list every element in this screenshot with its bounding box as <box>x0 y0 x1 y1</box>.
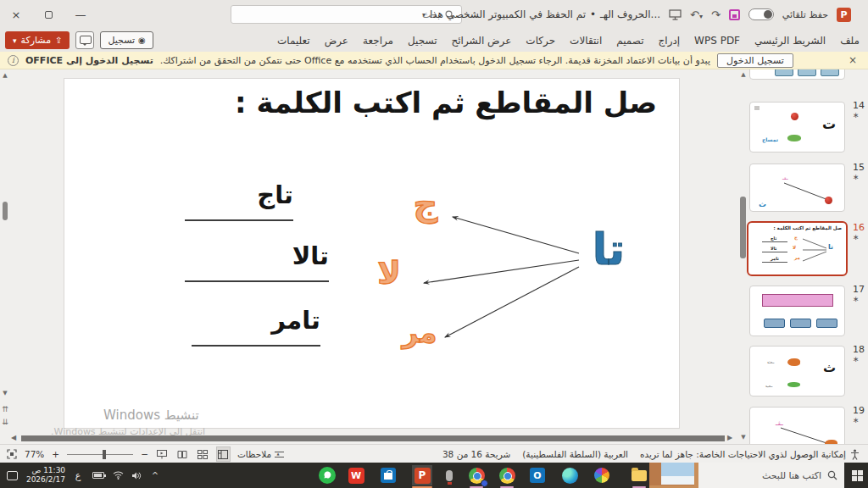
tab-insert[interactable]: إدراج <box>659 35 681 47</box>
share-button[interactable]: ⇪ مشاركة ▾ <box>5 31 70 49</box>
zoom-percentage[interactable]: 77% <box>25 449 44 459</box>
slideshow-view-icon[interactable] <box>156 447 169 461</box>
maximize-window-button[interactable] <box>34 0 63 29</box>
tab-record[interactable]: تسجيل <box>408 35 437 47</box>
present-from-beginning-icon[interactable] <box>669 9 682 20</box>
previous-slide-icon[interactable]: ⇈ <box>0 405 10 413</box>
slide-thumbnail-17[interactable] <box>749 286 845 336</box>
slide-title[interactable]: صل المقاطع ثم اكتب الكلمة : <box>235 86 657 119</box>
tab-wps-pdf[interactable]: WPS PDF <box>694 35 740 47</box>
slide-thumbnail-14[interactable]: ت تمساح <box>749 102 845 152</box>
title-bar: × — بحث P حفظ تلقائي ↷ ↶▾ الحروف الهـ...… <box>0 0 868 29</box>
next-slide-icon[interactable]: ⇊ <box>0 418 10 426</box>
voice-recorder-app[interactable] <box>439 465 459 485</box>
word-tamer[interactable]: تامر <box>192 306 320 347</box>
tab-file[interactable]: ملف <box>840 35 860 47</box>
wps-office-app[interactable]: W <box>346 465 366 485</box>
word-taj[interactable]: تاج <box>185 180 293 221</box>
network-status[interactable] <box>108 471 127 480</box>
tab-help[interactable]: تعليمات <box>277 35 310 47</box>
tab-review[interactable]: مراجعة <box>363 35 393 47</box>
reading-view-icon[interactable] <box>176 447 189 461</box>
mini-word: تامر <box>771 256 779 261</box>
slide-thumbnail-13-partial[interactable] <box>749 69 845 80</box>
word-tala[interactable]: تالا <box>185 241 329 282</box>
outlook-app[interactable]: O <box>527 465 548 485</box>
powerpoint-app-active[interactable]: P <box>412 465 432 485</box>
maximize-icon <box>45 11 53 19</box>
language-indicator[interactable]: العربية (السلطة الفلسطينية) <box>522 449 628 459</box>
zoom-slider[interactable] <box>67 454 133 455</box>
animation-star-icon: ∗ <box>853 416 868 424</box>
normal-view-icon[interactable] <box>217 447 230 461</box>
scrollbar-thumb[interactable] <box>3 202 8 220</box>
zoom-slider-thumb[interactable] <box>103 450 106 459</box>
start-button[interactable] <box>846 463 868 488</box>
edge-app[interactable] <box>559 465 580 485</box>
tab-slideshow[interactable]: عرض الشرائح <box>452 35 512 47</box>
tab-animations[interactable]: حركات <box>526 35 555 47</box>
titlebar-right-cluster: P حفظ تلقائي ↷ ↶▾ الحروف الهـ... • تم ال… <box>422 0 851 29</box>
minimize-window-button[interactable]: — <box>66 0 95 29</box>
microsoft-store-app[interactable] <box>378 465 398 485</box>
document-title[interactable]: الحروف الهـ... • تم الحفظ في الكمبيوتر ا… <box>422 8 660 20</box>
close-window-button[interactable]: × <box>2 0 31 29</box>
redo-icon[interactable]: ↷ <box>711 9 721 20</box>
slide-thumbnail-15[interactable]: ـتـ ث <box>749 164 845 212</box>
whatsapp-app[interactable] <box>317 465 337 485</box>
slide-thumbnail-19[interactable]: ـثـ ـعلب <box>749 407 845 444</box>
thumbnails-scroll-down-icon[interactable]: ▼ <box>739 434 748 441</box>
syllable-la[interactable]: لا <box>370 255 409 291</box>
accessibility-status[interactable]: إمكانية الوصول لذوي الاحتياجات الخاصة: ج… <box>640 449 860 460</box>
search-highlight-image[interactable] <box>649 463 698 488</box>
user-avatar[interactable] <box>95 6 112 23</box>
scroll-left-icon[interactable]: ◀ <box>11 434 16 441</box>
clock[interactable]: 11:30 ص 2026/2/17 <box>24 466 68 485</box>
tab-transitions[interactable]: انتقالات <box>570 35 602 47</box>
scroll-up-icon[interactable]: ▲ <box>0 72 10 79</box>
photos-app[interactable] <box>592 465 612 485</box>
syllable-j[interactable]: ج <box>402 184 449 223</box>
battery-icon <box>92 472 104 479</box>
show-hidden-icons-button[interactable]: ^ <box>146 471 164 480</box>
notes-toggle[interactable]: ملاحظات <box>237 449 284 459</box>
scroll-right-icon[interactable]: ▶ <box>727 434 732 441</box>
slide-sorter-view-icon[interactable] <box>197 447 209 461</box>
chrome-app[interactable] <box>497 465 517 485</box>
action-center-button[interactable] <box>0 471 24 480</box>
autosave-toggle[interactable] <box>748 8 774 20</box>
syllable-mar[interactable]: مر <box>395 316 444 349</box>
slide-canvas[interactable]: صل المقاطع ثم اكتب الكلمة : تاج تالا تام… <box>64 78 680 429</box>
signin-button[interactable]: تسجيل الدخول <box>717 53 793 68</box>
save-icon[interactable] <box>729 9 740 20</box>
zoom-out-button[interactable]: − <box>141 449 148 459</box>
record-button[interactable]: ◉ تسجيل <box>100 31 153 49</box>
root-syllable-ta[interactable]: تا <box>578 225 639 274</box>
main-horizontal-scrollbar[interactable] <box>21 435 725 441</box>
file-explorer-app[interactable] <box>629 465 649 485</box>
battery-status[interactable] <box>88 472 108 479</box>
tab-view[interactable]: عرض <box>325 35 348 47</box>
pinwheel-icon <box>594 468 609 483</box>
chrome-icon <box>499 468 515 484</box>
comments-button[interactable] <box>75 31 94 49</box>
main-vertical-scrollbar[interactable]: ▲ ▼ ⇈ ⇊ <box>0 69 10 444</box>
slide-thumbnail-16-selected[interactable]: صل المقاطع ثم اكتب الكلمة : تاج تالا تام… <box>747 221 848 276</box>
volume-status[interactable] <box>127 471 146 480</box>
zoom-in-button[interactable]: + <box>52 449 59 459</box>
notes-icon <box>275 452 284 458</box>
scroll-down-icon[interactable]: ▼ <box>0 390 10 396</box>
signin-notification-bar: i تسجيل الدخول إلى OFFICE يبدو أن بيانات… <box>0 52 868 69</box>
crocodile-image <box>787 135 801 141</box>
chrome-profile-app[interactable] <box>466 465 487 485</box>
notification-close-icon[interactable]: × <box>845 54 860 66</box>
undo-icon[interactable]: ↶▾ <box>690 9 703 20</box>
slide-thumbnail-18[interactable]: ث ـت ـب <box>749 346 845 396</box>
powerpoint-icon: P <box>415 468 431 484</box>
fit-slide-to-window-icon[interactable] <box>7 449 17 459</box>
thumbnails-scroll-up-icon[interactable]: ▲ <box>739 71 748 78</box>
thumbnails-scrollbar-thumb[interactable] <box>740 197 746 258</box>
tab-design[interactable]: تصميم <box>616 35 643 47</box>
input-language-indicator[interactable]: ع <box>68 470 88 481</box>
tab-home[interactable]: الشريط الرئيسي <box>754 35 826 47</box>
